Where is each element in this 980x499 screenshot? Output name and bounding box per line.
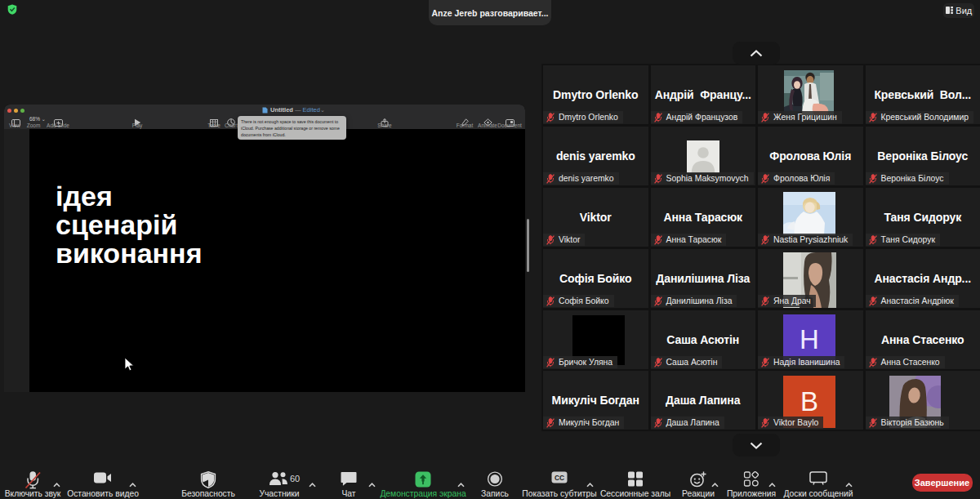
svg-text:CC: CC [555,474,564,482]
